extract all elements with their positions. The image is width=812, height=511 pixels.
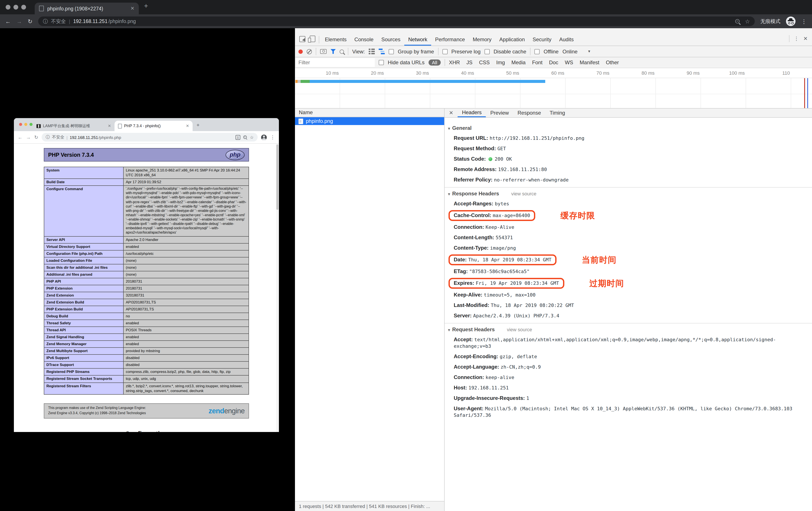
hide-data-urls-label: Hide data URLs xyxy=(388,59,425,65)
devtools-tab[interactable]: Sources xyxy=(377,34,404,46)
filter-type[interactable]: XHR xyxy=(449,59,460,65)
zoom-out-icon[interactable] xyxy=(735,19,740,23)
filter-type[interactable]: Media xyxy=(512,59,525,65)
traffic-light-zoom-icon[interactable] xyxy=(21,5,26,9)
filter-type[interactable]: Doc xyxy=(549,59,558,65)
devtools-tab[interactable]: Elements xyxy=(321,34,350,46)
filter-type[interactable]: WS xyxy=(565,59,573,65)
back-icon[interactable]: ← xyxy=(5,19,11,24)
info-icon[interactable]: ⓘ xyxy=(43,18,48,25)
traffic-light-close-icon[interactable] xyxy=(6,5,10,9)
filter-input[interactable] xyxy=(296,58,375,67)
red-annotation: 过期时间 xyxy=(589,279,624,288)
new-tab-button[interactable]: + xyxy=(144,2,148,10)
throttling-select[interactable]: Online xyxy=(562,48,577,54)
embedded-reload-icon[interactable]: ↻ xyxy=(34,134,38,140)
embedded-menu-icon[interactable]: ⋮ xyxy=(270,134,275,140)
filter-type-all[interactable]: All xyxy=(428,59,440,65)
embedded-tab-lamp[interactable]: LAMP平台集成·树明聊运维 ✕ xyxy=(33,121,115,131)
browser-menu-icon[interactable]: ⋮ xyxy=(801,18,807,25)
phpinfo-row-value: (none) xyxy=(123,271,249,278)
request-row-phpinfo[interactable]: phpinfo.png xyxy=(295,117,444,125)
details-tab[interactable]: Preview xyxy=(486,109,513,117)
translate-icon[interactable]: 文 xyxy=(235,135,240,140)
filter-type[interactable]: JS xyxy=(466,59,472,65)
waterfall-view-icon[interactable] xyxy=(379,49,385,54)
inspect-element-icon[interactable] xyxy=(299,36,306,42)
devtools-tab[interactable]: Network xyxy=(404,34,431,46)
general-section-title[interactable]: ▾General xyxy=(444,122,812,133)
omnibox[interactable]: ⓘ 不安全 | 192.168.11.251 /phpinfo.png ☆ xyxy=(38,17,755,26)
network-overview[interactable] xyxy=(295,78,812,109)
traffic-light-minimize-icon[interactable] xyxy=(13,5,18,9)
devtools-tab[interactable]: Audits xyxy=(555,34,578,46)
devtools-close-icon[interactable]: ✕ xyxy=(803,35,808,42)
view-source-link[interactable]: view source xyxy=(507,327,532,332)
phpinfo-row-label: Debug Build xyxy=(44,313,123,320)
devtools-tab[interactable]: Performance xyxy=(431,34,469,46)
filter-icon[interactable] xyxy=(330,49,336,54)
record-icon[interactable] xyxy=(298,49,303,54)
filter-type[interactable]: CSS xyxy=(479,59,490,65)
offline-checkbox[interactable] xyxy=(534,49,540,54)
devtools-tab[interactable]: Security xyxy=(529,34,555,46)
devtools-menu-icon[interactable]: ⋮ xyxy=(794,35,799,42)
header-line: Remote Address: 192.168.11.251:80 xyxy=(444,164,812,174)
list-view-icon[interactable] xyxy=(369,49,375,54)
divider xyxy=(295,94,812,94)
header-line: Date: Thu, 18 Apr 2019 08:23:34 GMT当前时间 xyxy=(444,253,812,266)
devtools-tab[interactable]: Memory xyxy=(469,34,496,46)
embedded-close-icon[interactable] xyxy=(19,123,22,126)
bookmark-star-icon[interactable]: ☆ xyxy=(745,18,750,25)
embedded-bookmark-star-icon[interactable]: ☆ xyxy=(250,135,254,140)
filter-type[interactable]: Other xyxy=(606,59,619,65)
embedded-back-icon[interactable]: ← xyxy=(18,135,23,140)
embedded-omnibox[interactable]: ⓘ 不安全 | 192.168.11.251 /phpinfo.php 文 ☆ xyxy=(41,133,258,141)
name-column-header[interactable]: Name xyxy=(295,109,444,117)
close-details-icon[interactable]: ✕ xyxy=(444,109,458,117)
embedded-info-icon[interactable]: ⓘ xyxy=(46,134,50,140)
phpinfo-row-label: Virtual Directory Support xyxy=(44,243,123,250)
waterfall-download-segment xyxy=(310,80,545,83)
view-source-link[interactable]: view source xyxy=(511,191,536,196)
reload-icon[interactable]: ↻ xyxy=(28,19,32,24)
group-by-frame-checkbox[interactable] xyxy=(389,49,394,54)
filter-type[interactable]: Font xyxy=(532,59,543,65)
disable-cache-checkbox[interactable] xyxy=(485,49,490,54)
devtools-tab[interactable]: Console xyxy=(350,34,377,46)
hide-data-urls-checkbox[interactable] xyxy=(379,60,384,65)
device-toolbar-icon[interactable] xyxy=(310,35,315,42)
screenshot-capture-icon[interactable] xyxy=(320,49,327,54)
search-icon[interactable] xyxy=(340,49,344,54)
phpinfo-row: Zend Signal Handling enabled xyxy=(44,334,249,341)
embedded-zoom-out-icon[interactable] xyxy=(243,135,247,139)
filter-type[interactable]: Manifest xyxy=(580,59,600,65)
phpinfo-row-value: API320180731,TS xyxy=(123,299,249,306)
embedded-minimize-icon[interactable] xyxy=(24,123,27,126)
header-line: ETag: "87583-586c9ac654ca5" xyxy=(444,266,812,276)
clear-icon[interactable] xyxy=(307,49,312,54)
response-headers-section-title[interactable]: ▾Response Headersview source xyxy=(444,188,812,198)
filter-type[interactable]: Img xyxy=(496,59,505,65)
phpinfo-row-label: Server API xyxy=(44,236,123,243)
embedded-tab-phpinfo[interactable]: PHP 7.3.4 - phpinfo() ✕ xyxy=(115,121,193,131)
embedded-zoom-icon[interactable] xyxy=(29,123,32,126)
browser-tab[interactable]: phpinfo.png (1908×2274) ✕ xyxy=(35,3,139,14)
request-headers-section-title[interactable]: ▾Request Headersview source xyxy=(444,323,812,334)
forward-icon[interactable]: → xyxy=(17,19,22,24)
phpinfo-row: Thread API POSIX Threads xyxy=(44,327,249,334)
embedded-new-tab-button[interactable]: + xyxy=(197,122,200,128)
phpinfo-row-value: /usr/local/php/etc xyxy=(123,250,249,257)
details-tab[interactable]: Response xyxy=(513,109,545,117)
header-line: Request URL: http://192.168.11.251/phpin… xyxy=(444,133,812,143)
embedded-tab-close-icon[interactable]: ✕ xyxy=(108,124,111,128)
profile-avatar[interactable] xyxy=(261,134,267,140)
embedded-scrollbar-thumb[interactable] xyxy=(276,144,279,210)
embedded-forward-icon[interactable]: → xyxy=(26,135,31,140)
preserve-log-checkbox[interactable] xyxy=(442,49,447,54)
tab-close-icon[interactable]: ✕ xyxy=(130,6,135,11)
devtools-tab[interactable]: Application xyxy=(495,34,528,46)
details-tab[interactable]: Timing xyxy=(545,109,569,117)
details-tab[interactable]: Headers xyxy=(458,109,486,117)
embedded-tab-close-icon[interactable]: ✕ xyxy=(186,124,189,128)
